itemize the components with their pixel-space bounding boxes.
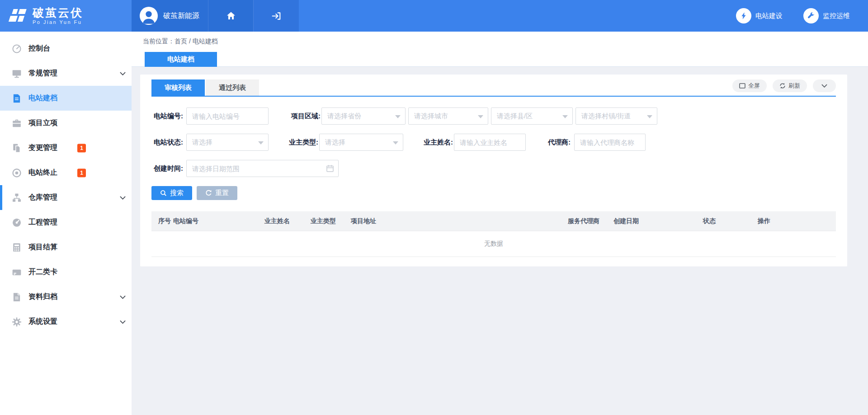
city-select[interactable]: 请选择城市 xyxy=(408,107,488,125)
dashboard-icon xyxy=(12,44,22,54)
station-termination-badge: 1 xyxy=(77,168,86,177)
sidebar-item-change-mgmt[interactable]: 变更管理 1 xyxy=(0,135,132,160)
date-range-input[interactable] xyxy=(186,160,339,177)
logo-title: 破茧云伏 xyxy=(33,7,83,19)
nav-station-build-label: 电站建设 xyxy=(755,12,783,20)
person-icon xyxy=(140,8,158,25)
province-select[interactable]: 请选择省份 xyxy=(321,107,406,125)
refresh-button[interactable]: 刷新 xyxy=(773,79,807,92)
logo-subtitle: Po Jian Yun Fu xyxy=(33,19,83,25)
search-button[interactable]: 搜索 xyxy=(151,186,192,200)
header-nav: 电站建设 监控运维 xyxy=(299,0,868,32)
sidebar-item-console[interactable]: 控制台 xyxy=(0,36,132,61)
caret-down-icon xyxy=(393,141,398,145)
form-row-2: 电站状态: 请选择 业主类型: 请选择 业主姓名: 代理商: xyxy=(151,134,836,151)
caret-down-icon xyxy=(395,115,401,118)
refresh-icon xyxy=(779,83,786,89)
col-owner-type: 业主类型 xyxy=(311,217,351,225)
sidebar-item-project-initiation[interactable]: 项目立项 xyxy=(0,111,132,135)
app-logo: 破茧云伏 Po Jian Yun Fu xyxy=(0,0,132,32)
home-button[interactable] xyxy=(208,0,253,32)
org-name: 破茧新能源 xyxy=(163,11,199,21)
logout-button[interactable] xyxy=(253,0,299,32)
monitor-icon xyxy=(12,69,22,79)
sidebar-item-station-filing[interactable]: 电站建档 xyxy=(0,86,132,111)
chevron-down-icon xyxy=(120,320,126,324)
agent-label: 代理商: xyxy=(545,138,571,147)
tab-passed-list[interactable]: 通过列表 xyxy=(206,79,259,96)
nav-monitor-ops[interactable]: 监控运维 xyxy=(803,8,850,23)
station-status-select[interactable]: 请选择 xyxy=(186,134,269,151)
login-arrow-icon xyxy=(271,11,282,21)
panel-toolbar: 全屏 刷新 xyxy=(732,79,836,92)
col-address: 项目地址 xyxy=(351,217,568,225)
sidebar-item-project-settlement[interactable]: 项目结算 xyxy=(0,235,132,260)
col-agent: 服务代理商 xyxy=(568,217,613,225)
nav-monitor-ops-label: 监控运维 xyxy=(823,12,850,20)
col-status: 状态 xyxy=(703,217,758,225)
panel: 审核列表 通过列表 全屏 xyxy=(140,75,847,266)
sidebar-item-warehouse-mgmt[interactable]: 仓库管理 xyxy=(0,185,132,210)
col-created: 创建日期 xyxy=(613,217,703,225)
form-row-3: 创建时间: xyxy=(151,160,836,177)
breadcrumb-prefix: 当前位置： xyxy=(143,37,175,45)
change-mgmt-badge: 1 xyxy=(77,144,86,152)
sidebar-item-engineering-mgmt[interactable]: 工程管理 xyxy=(0,210,132,235)
fullscreen-button[interactable]: 全屏 xyxy=(732,79,767,92)
sidebar: 控制台 常规管理 电站建档 xyxy=(0,32,132,415)
station-no-label: 电站编号: xyxy=(151,112,183,121)
sidebar-item-type2-card[interactable]: 开二类卡 xyxy=(0,260,132,284)
tab-review-list[interactable]: 审核列表 xyxy=(151,79,205,96)
caret-down-icon xyxy=(478,115,483,118)
station-no-input[interactable] xyxy=(186,107,269,125)
topbar: 当前位置：首页 / 电站建档 电站建档 xyxy=(132,32,868,67)
date-range-picker[interactable] xyxy=(186,160,339,177)
owner-name-label: 业主姓名: xyxy=(424,138,451,147)
reset-button[interactable]: 重置 xyxy=(197,186,237,200)
logo-mark-icon xyxy=(7,8,28,23)
sidebar-item-station-termination[interactable]: 电站终止 1 xyxy=(0,160,132,185)
lightning-icon xyxy=(736,8,751,23)
nav-station-build[interactable]: 电站建设 xyxy=(736,8,783,23)
header-user-block: 破茧新能源 xyxy=(132,0,299,32)
station-status-label: 电站状态: xyxy=(151,138,183,147)
sidebar-item-system-settings[interactable]: 系统设置 xyxy=(0,309,132,334)
chevron-down-icon xyxy=(120,196,126,200)
collapse-button[interactable] xyxy=(813,79,836,92)
county-select[interactable]: 请选择县/区 xyxy=(491,107,573,125)
form-actions: 搜索 重置 xyxy=(151,186,836,200)
owner-type-label: 业主类型: xyxy=(289,138,316,147)
record-icon xyxy=(12,168,22,178)
col-station-no: 电站编号 xyxy=(173,217,264,225)
col-serial: 序号 xyxy=(158,217,173,225)
panel-tabbar: 审核列表 通过列表 全屏 xyxy=(151,75,836,97)
sidebar-item-data-archive[interactable]: 资料归档 xyxy=(0,284,132,309)
reset-icon xyxy=(205,190,212,196)
user-menu[interactable]: 破茧新能源 xyxy=(132,0,208,32)
agent-input[interactable] xyxy=(574,134,646,151)
main-area: 当前位置：首页 / 电站建档 电站建档 审核列表 通过列表 全屏 xyxy=(132,32,868,415)
results-table: 序号 电站编号 业主姓名 业主类型 项目地址 服务代理商 创建日期 状态 操作 … xyxy=(151,211,836,257)
card-icon xyxy=(12,267,22,277)
caret-down-icon xyxy=(258,141,264,145)
breadcrumb: 当前位置：首页 / 电站建档 xyxy=(143,37,218,46)
gauge-icon xyxy=(12,218,22,228)
archive-icon xyxy=(12,292,22,302)
owner-name-input[interactable] xyxy=(454,134,526,151)
avatar xyxy=(140,7,158,25)
page-tab-station-filing[interactable]: 电站建档 xyxy=(145,52,217,67)
owner-type-select[interactable]: 请选择 xyxy=(319,134,403,151)
home-icon xyxy=(226,11,236,21)
search-form: 电站编号: 项目区域: 请选择省份 请选择城市 请选择县/区 xyxy=(151,97,836,200)
content: 审核列表 通过列表 全屏 xyxy=(132,67,868,266)
sidebar-item-general-mgmt[interactable]: 常规管理 xyxy=(0,61,132,86)
wrench-icon xyxy=(803,8,819,23)
breadcrumb-path: 首页 / 电站建档 xyxy=(175,37,218,45)
town-select[interactable]: 请选择村镇/街道 xyxy=(576,107,657,125)
caret-down-icon xyxy=(647,115,652,118)
sitemap-icon xyxy=(12,193,22,203)
empty-state: 无数据 xyxy=(151,231,836,257)
col-owner-name: 业主姓名 xyxy=(264,217,311,225)
table-header-row: 序号 电站编号 业主姓名 业主类型 项目地址 服务代理商 创建日期 状态 操作 xyxy=(151,211,836,231)
search-icon xyxy=(160,190,167,196)
